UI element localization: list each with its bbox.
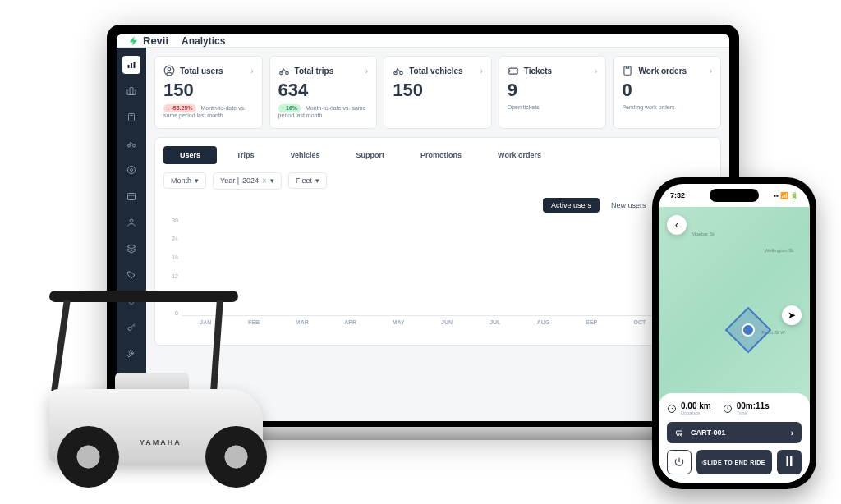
tab-work-orders[interactable]: Work orders [481,146,558,164]
metric-value: 9 [508,80,598,101]
clock-icon [723,404,733,414]
metric-total-users[interactable]: Total users › 150 ↓ -56.25% Month-to-dat… [154,56,263,129]
status-icons: ▪▪📶🔋 [772,191,798,199]
chart-btn-active-users[interactable]: Active users [543,198,600,213]
metric-value: 0 [622,80,712,101]
svg-point-18 [400,71,403,75]
x-label: JUN [423,319,471,325]
metric-work-orders[interactable]: Work orders › 0 Pending work orders [613,56,721,129]
x-label: SEP [568,319,616,325]
clipboard-icon [622,65,633,76]
wheel-icon [126,165,136,175]
filter-month[interactable]: Month ▾ [163,172,206,189]
metric-subtitle: Pending work orders [622,104,712,111]
svg-point-10 [130,219,133,222]
sidebar-item-user[interactable] [122,213,140,231]
x-label: APR [326,319,375,325]
phone-screen: 7:32 ▪▪📶🔋 ‹ ➤ Moebar St Wellington St Fr… [659,184,810,483]
bike-icon [126,139,136,149]
x-label: MAY [375,319,423,325]
svg-rect-19 [624,66,631,76]
golf-cart-image: YAMAHA [16,241,296,488]
sidebar-item-wheel[interactable] [122,161,140,179]
map-area[interactable]: ‹ ➤ Moebar St Wellington St Front St W [659,207,810,405]
close-icon[interactable]: × [262,176,267,186]
tab-users[interactable]: Users [163,146,217,164]
power-icon [673,456,685,468]
topbar: Revii Analytics [117,34,729,48]
metric-tickets[interactable]: Tickets › 9 Open tickets [499,56,607,129]
svg-rect-0 [128,65,130,68]
x-label: JUL [471,319,519,325]
calendar-icon [126,191,136,201]
metric-subtitle: Open tickets [508,104,598,111]
x-label: AUG [519,319,568,325]
sidebar-item-analytics[interactable] [122,56,140,74]
svg-rect-3 [127,89,136,95]
slide-label: SLIDE TO END RIDE [703,460,765,465]
svg-point-7 [128,167,136,174]
tab-trips[interactable]: Trips [220,146,271,164]
map-street-label: Wellington St [765,248,793,253]
cart-id-row[interactable]: CART-001 › [667,422,802,443]
sidebar-item-bike[interactable] [122,135,140,153]
logo: Revii [128,34,168,47]
chevron-right-icon: › [710,66,712,76]
speedometer-icon [667,404,677,414]
metric-subtitle: ↑ 16% Month-to-date vs. same period last… [278,104,369,120]
svg-point-6 [133,144,136,147]
sidebar-item-clipboard[interactable] [122,108,140,126]
chart-btn-new-users[interactable]: New users [603,198,655,213]
ticket-icon [508,65,519,76]
metric-total-trips[interactable]: Total trips › 634 ↑ 16% Month-to-date vs… [269,56,378,129]
map-marker [725,307,772,354]
tab-promotions[interactable]: Promotions [404,146,478,164]
metric-total-vehicles[interactable]: Total vehicles › 150 [384,56,492,129]
bolt-icon [128,35,140,47]
cart-brand-label: YAMAHA [140,438,182,447]
metric-delta: ↑ 16% [278,104,301,112]
briefcase-icon [126,86,136,96]
ride-panel: 0.00 km Distance 00m:11s Time CART-001 › [659,393,810,483]
distance-value: 0.00 km [681,401,711,410]
sidebar-item-briefcase[interactable] [122,82,140,100]
svg-rect-1 [131,63,132,68]
tab-vehicles[interactable]: Vehicles [274,146,337,164]
map-back-button[interactable]: ‹ [667,215,687,235]
power-button[interactable] [667,450,692,474]
svg-point-23 [678,434,679,436]
metric-label: Work orders [638,66,687,76]
filters-row: Month ▾ Year | 2024 × ▾ Fleet ▾ [163,172,712,190]
ride-stat-time: 00m:11s Time [723,401,770,415]
phone-device: 7:32 ▪▪📶🔋 ‹ ➤ Moebar St Wellington St Fr… [652,177,816,489]
svg-point-8 [131,169,133,172]
metric-label: Tickets [524,66,552,76]
slide-to-end-ride[interactable]: SLIDE TO END RIDE [696,450,772,474]
metric-label: Total vehicles [409,66,462,76]
page-title: Analytics [182,35,225,47]
metric-value: 150 [163,80,254,101]
notch [710,189,759,202]
cart-icon [675,428,685,438]
sidebar-item-calendar[interactable] [122,187,140,205]
tab-support[interactable]: Support [340,146,402,164]
metric-value: 634 [278,80,369,101]
tabs: Users Trips Vehicles Support Promotions … [163,146,712,164]
filter-fleet[interactable]: Fleet ▾ [288,172,327,189]
svg-point-24 [681,434,682,436]
svg-rect-4 [129,114,135,121]
metric-value: 150 [393,80,483,101]
svg-point-14 [168,68,171,71]
metric-label: Total users [180,66,223,76]
logo-text: Revii [143,34,168,47]
chart-controls: Active users New users Reengaged [163,198,712,213]
chevron-right-icon: › [480,66,482,76]
clipboard-icon [126,112,136,122]
pause-button[interactable]: II [777,450,802,474]
map-locate-button[interactable]: ➤ [782,305,802,325]
time-value: 00m:11s [737,401,770,410]
cart-id-label: CART-001 [691,428,726,437]
svg-rect-9 [128,194,136,200]
distance-label: Distance [681,410,711,415]
filter-year[interactable]: Year | 2024 × ▾ [213,172,282,190]
